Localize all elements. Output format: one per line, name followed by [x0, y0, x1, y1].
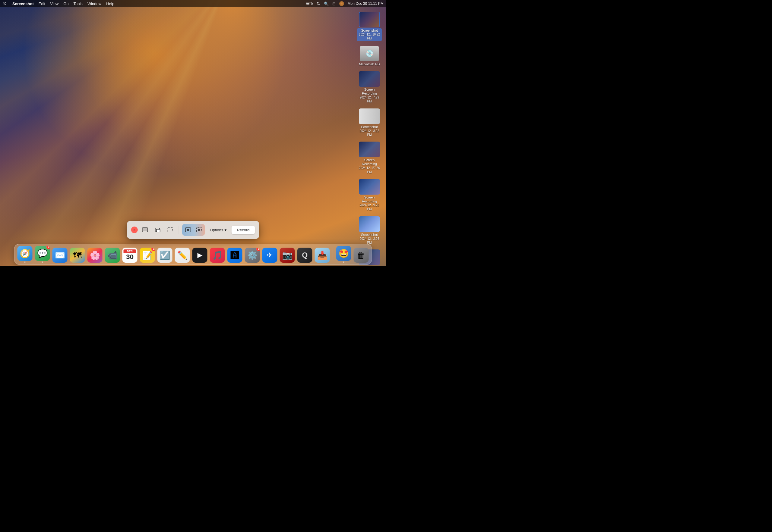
maps-icon: 🗺: [70, 248, 85, 263]
desktop-icon-recording-3[interactable]: Screen Recording2024-12...9.25 PM: [356, 178, 383, 213]
notes-icon: 📝 1: [140, 248, 155, 263]
dock-item-photobooth[interactable]: 📷: [280, 248, 295, 263]
dock-item-facetime[interactable]: 📹: [105, 248, 120, 263]
dock-item-trash[interactable]: 🗑: [354, 248, 369, 263]
desktop-icon-recording-1[interactable]: Screen Recording2024-12...7.29 PM: [356, 70, 383, 105]
spotlight-icon[interactable]: 🔍: [324, 2, 329, 6]
desktop-icon-label: Screen Recording2024-12...7.29 PM: [357, 88, 382, 104]
desktop-icon-screenshot[interactable]: Screenshot2024-12...10.22 PM: [356, 11, 383, 42]
dock: 🧭 💬 2 ✉️ 🗺 🌸 📹 DEC: [14, 244, 372, 265]
dock-item-appletv[interactable]: ▶: [192, 248, 208, 263]
dock-item-reminders[interactable]: ☑️: [157, 248, 172, 263]
dock-dot-finder: [343, 261, 344, 263]
dock-item-notes[interactable]: 📝 1: [140, 248, 155, 263]
photos-icon: 🌸: [87, 248, 102, 263]
facetime-icon: 📹: [105, 248, 120, 263]
capture-window-button[interactable]: [152, 224, 163, 235]
capture-selection-icon: [167, 227, 174, 233]
appstore-icon: 🅰: [228, 248, 243, 263]
menubar-window[interactable]: Window: [87, 2, 101, 6]
desktop-icon-screenshot-2[interactable]: Screenshot2024-12...8.22 PM: [356, 107, 383, 138]
record-selection-button[interactable]: [194, 224, 205, 235]
record-selection-icon: [196, 227, 203, 233]
menubar-view[interactable]: View: [50, 2, 58, 6]
desktop-icon-label: Screenshot2024-12...2.26 PM: [357, 233, 382, 245]
dock-item-safari[interactable]: 🧭: [17, 246, 33, 263]
svg-rect-4: [168, 228, 173, 232]
appletv-icon: ▶: [192, 248, 208, 263]
messages-icon: 💬 2: [35, 246, 50, 261]
desktop-icon-label: Macintosh HD: [359, 62, 380, 66]
dock-item-quicktime[interactable]: Q: [297, 248, 312, 263]
menubar-go[interactable]: Go: [63, 2, 68, 6]
dock-separator: [333, 248, 333, 260]
dock-item-music[interactable]: 🎵: [210, 248, 225, 263]
dock-item-finder[interactable]: 🤩: [336, 246, 351, 263]
record-button[interactable]: Record: [231, 226, 255, 234]
desktop-icon-label: Screen Recording2024-12...57.50 PM: [357, 158, 382, 174]
dock-item-settings[interactable]: ⚙️ 1: [245, 248, 260, 263]
calendar-icon: DEC 30: [122, 248, 137, 263]
dock-item-mail[interactable]: ✉️: [52, 248, 67, 263]
desktop-icon-screenshot-3[interactable]: Screenshot2024-12...2.26 PM: [356, 215, 383, 246]
svg-rect-1: [143, 228, 147, 231]
svg-point-8: [198, 229, 200, 231]
battery-indicator: [306, 2, 313, 5]
finder-icon: 🤩: [336, 246, 351, 261]
capture-entire-screen-button[interactable]: [140, 224, 150, 235]
dock-item-photos[interactable]: 🌸: [87, 248, 102, 263]
dock-item-appstore[interactable]: 🅰: [228, 248, 243, 263]
record-entire-screen-button[interactable]: [183, 224, 194, 235]
dock-dot-messages: [42, 261, 43, 263]
capture-window-icon: [154, 227, 161, 233]
trash-icon: 🗑: [354, 248, 369, 263]
svg-rect-3: [156, 229, 160, 232]
wifi-icon[interactable]: ⇅: [317, 1, 320, 6]
record-screen-icon: [185, 227, 191, 233]
options-chevron: ▾: [225, 228, 227, 232]
quicktime-icon: Q: [297, 248, 312, 263]
control-center-icon[interactable]: ⊞: [332, 2, 336, 6]
photobooth-icon: 📷: [280, 248, 295, 263]
music-icon: 🎵: [210, 248, 225, 263]
desktop-icons: Screenshot2024-12...10.22 PM 💿 Macintosh…: [356, 11, 383, 266]
desktop-icon-label: Screenshot2024-12...8.22 PM: [357, 125, 382, 137]
options-label: Options: [210, 228, 224, 232]
capture-selection-button[interactable]: [165, 224, 176, 235]
toolbar-separator: [179, 226, 179, 234]
safari-icon: 🧭: [17, 246, 33, 261]
dock-item-calendar[interactable]: DEC 30: [122, 248, 137, 263]
menubar-app-name[interactable]: Screenshot: [12, 2, 34, 6]
record-buttons-group: [182, 224, 205, 236]
imagetools-icon: 📥: [315, 248, 330, 263]
dock-item-maps[interactable]: 🗺: [70, 248, 85, 263]
dock-item-freeform[interactable]: ✏️: [175, 248, 190, 263]
menubar-edit[interactable]: Edit: [39, 2, 45, 6]
settings-icon: ⚙️ 1: [245, 248, 260, 263]
user-avatar[interactable]: [339, 1, 344, 6]
menubar-help[interactable]: Help: [106, 2, 114, 6]
options-button[interactable]: Options ▾: [207, 226, 230, 234]
screenshot-toolbar: ×: [127, 221, 259, 239]
reminders-icon: ☑️: [157, 248, 172, 263]
desktop-icon-recording-2[interactable]: Screen Recording2024-12...57.50 PM: [356, 140, 383, 175]
dock-item-messages[interactable]: 💬 2: [35, 246, 50, 263]
apple-menu[interactable]: ⌘: [2, 2, 6, 6]
desktop-icon-label: Screen Recording2024-12...9.25 PM: [357, 196, 382, 211]
menubar-clock: Mon Dec 30 11:11 PM: [348, 2, 384, 6]
freeform-icon: ✏️: [175, 248, 190, 263]
capture-screen-icon: [142, 227, 148, 233]
menubar-left: ⌘ Screenshot Edit View Go Tools Window H…: [2, 2, 114, 6]
dock-dot-safari: [24, 261, 26, 263]
dock-item-testflight[interactable]: ✈: [262, 248, 278, 263]
testflight-icon: ✈: [262, 248, 278, 263]
menubar-right: ⇅ 🔍 ⊞ Mon Dec 30 11:11 PM: [306, 1, 384, 6]
desktop-icon-macintosh-hd[interactable]: 💿 Macintosh HD: [356, 45, 383, 67]
svg-point-6: [187, 229, 189, 231]
menubar: ⌘ Screenshot Edit View Go Tools Window H…: [0, 0, 386, 7]
close-button[interactable]: ×: [131, 227, 138, 233]
mail-icon: ✉️: [52, 248, 67, 263]
menubar-tools[interactable]: Tools: [74, 2, 83, 6]
desktop-icon-label: Screenshot2024-12...10.22 PM: [357, 28, 382, 41]
dock-item-imagetools[interactable]: 📥: [315, 248, 330, 263]
